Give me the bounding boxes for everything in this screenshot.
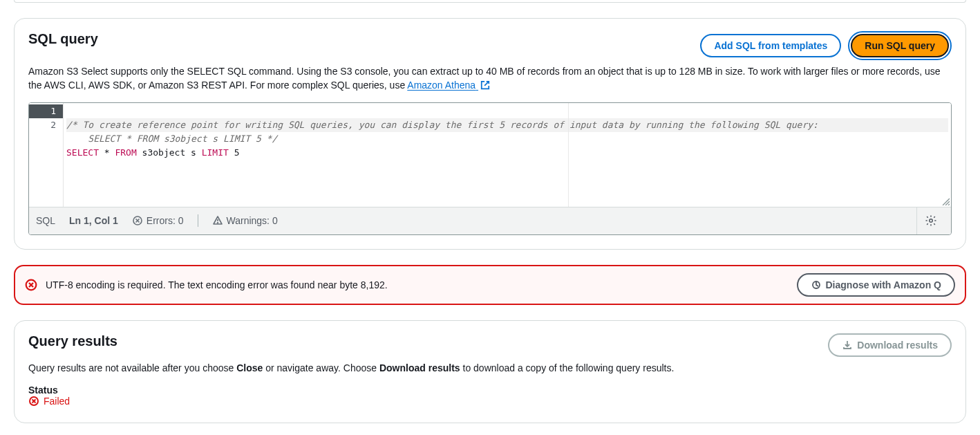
editor-errors-group: Errors: 0 [132,215,184,226]
code-num: 5 [229,147,240,158]
error-count-icon [132,215,143,226]
code-comment-1: /* To create reference point for writing… [66,120,818,130]
svg-point-1 [217,223,218,223]
status-value-text: Failed [44,396,70,407]
diagnose-label: Diagnose with Amazon Q [826,279,942,290]
error-message-text: UTF-8 encoding is required. The text enc… [46,279,388,290]
editor-settings-button[interactable] [916,207,944,234]
editor-split-divider [568,103,569,207]
editor-status-bar: SQL Ln 1, Col 1 Errors: 0 [29,207,951,234]
status-label: Status [28,385,952,396]
resize-handle-icon[interactable] [941,197,950,205]
query-results-panel: Query results Download results Query res… [14,320,966,423]
sql-query-description: Amazon S3 Select supports only the SELEC… [28,64,952,93]
diagnose-icon [811,279,822,290]
editor-cursor-position: Ln 1, Col 1 [69,215,118,226]
code-obj: s3object s [137,147,202,158]
code-star: * [99,147,115,158]
editor-warnings-text: Warnings: 0 [227,215,278,226]
editor-errors-text: Errors: 0 [147,215,184,226]
status-failed-icon [28,396,39,407]
external-link-icon [480,80,490,90]
code-kw-limit: LIMIT [202,147,229,158]
warning-count-icon [212,215,223,226]
amazon-athena-link[interactable]: Amazon Athena [407,80,490,91]
gear-icon [925,214,937,227]
status-value: Failed [28,396,70,407]
query-results-title: Query results [28,333,117,349]
editor-code-area[interactable]: /* To create reference point for writing… [64,103,951,207]
run-sql-query-button[interactable]: Run SQL query [851,34,949,57]
sql-editor[interactable]: 1 2 /* To create reference point for wri… [28,102,952,235]
svg-point-2 [929,219,932,223]
code-comment-1b: SELECT * FROM s3object s LIMIT 5 */ [66,133,277,144]
code-kw-from: FROM [115,147,136,158]
amazon-athena-link-text: Amazon Athena [407,80,475,91]
gutter-line-2: 2 [29,118,63,132]
status-separator [198,214,198,227]
editor-warnings-group: Warnings: 0 [212,215,278,226]
download-results-button: Download results [828,333,952,357]
sql-query-title: SQL query [28,31,98,47]
previous-panel-edge [14,0,966,3]
download-results-label: Download results [857,340,938,351]
code-kw-select: SELECT [66,147,99,158]
editor-gutter: 1 2 [29,103,64,207]
download-icon [842,340,853,351]
editor-language: SQL [36,215,55,226]
error-icon [25,279,37,291]
run-sql-query-focus-ring: Run SQL query [848,31,952,60]
diagnose-amazon-q-button[interactable]: Diagnose with Amazon Q [797,273,956,297]
sql-query-panel: SQL query Add SQL from templates Run SQL… [14,18,966,250]
gutter-line-1: 1 [29,104,63,118]
encoding-error-alert: UTF-8 encoding is required. The text enc… [14,265,966,305]
query-results-description: Query results are not available after yo… [28,361,952,375]
add-sql-from-templates-button[interactable]: Add SQL from templates [700,34,841,57]
